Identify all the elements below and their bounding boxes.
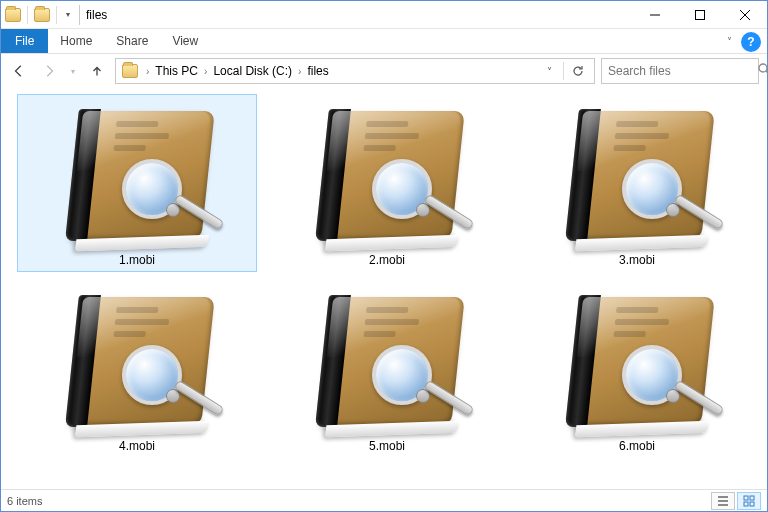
file-pane[interactable]: 1.mobi2.mobi3.mobi4.mobi5.mobi6.mobi (1, 88, 767, 489)
file-label: 4.mobi (119, 439, 155, 453)
spacer (210, 29, 717, 53)
view-toggles (711, 492, 761, 510)
status-bar: 6 items (1, 489, 767, 511)
mobi-book-icon (302, 287, 472, 437)
chevron-right-icon[interactable]: › (142, 66, 153, 77)
address-bar[interactable]: › This PC › Local Disk (C:) › files ˅ (115, 58, 595, 84)
svg-rect-5 (750, 502, 754, 506)
back-button[interactable] (7, 59, 31, 83)
close-button[interactable] (722, 1, 767, 29)
svg-rect-0 (695, 10, 704, 19)
chevron-right-icon[interactable]: › (294, 66, 305, 77)
mobi-book-icon (302, 101, 472, 251)
navigation-row: ▾ › This PC › Local Disk (C:) › files ˅ (1, 54, 767, 88)
file-tab[interactable]: File (1, 29, 48, 53)
file-label: 3.mobi (619, 253, 655, 267)
file-item[interactable]: 3.mobi (517, 94, 757, 272)
forward-button[interactable] (37, 59, 61, 83)
breadcrumb-item[interactable]: This PC (153, 59, 200, 83)
file-label: 2.mobi (369, 253, 405, 267)
separator (56, 6, 57, 24)
folder-icon[interactable] (34, 8, 50, 22)
breadcrumb-item[interactable]: files (305, 59, 330, 83)
titlebar: ▾ files (1, 1, 767, 29)
folder-icon (5, 8, 21, 22)
qat-dropdown[interactable]: ▾ (63, 10, 73, 20)
file-label: 5.mobi (369, 439, 405, 453)
details-view-button[interactable] (711, 492, 735, 510)
file-item[interactable]: 4.mobi (17, 280, 257, 458)
ribbon-tab-share[interactable]: Share (104, 29, 160, 53)
refresh-icon (572, 65, 584, 77)
help-button[interactable]: ? (741, 32, 761, 52)
breadcrumb-item[interactable]: Local Disk (C:) (211, 59, 294, 83)
separator (563, 62, 564, 80)
search-icon[interactable] (758, 62, 768, 80)
file-item[interactable]: 5.mobi (267, 280, 507, 458)
refresh-button[interactable] (568, 59, 588, 83)
mobi-book-icon (52, 287, 222, 437)
ribbon-expand-button[interactable]: ˅ (717, 29, 741, 53)
window-title: files (86, 8, 107, 22)
item-count: 6 items (7, 495, 42, 507)
folder-icon (122, 64, 138, 78)
svg-rect-3 (750, 496, 754, 500)
address-history-dropdown[interactable]: ˅ (539, 59, 559, 83)
close-icon (740, 10, 750, 20)
file-item[interactable]: 1.mobi (17, 94, 257, 272)
minimize-button[interactable] (632, 1, 677, 29)
svg-rect-2 (744, 496, 748, 500)
mobi-book-icon (552, 101, 722, 251)
file-item[interactable]: 2.mobi (267, 94, 507, 272)
thumbnails-view-button[interactable] (737, 492, 761, 510)
maximize-button[interactable] (677, 1, 722, 29)
file-label: 1.mobi (119, 253, 155, 267)
file-grid: 1.mobi2.mobi3.mobi4.mobi5.mobi6.mobi (17, 94, 757, 458)
search-box[interactable] (601, 58, 759, 84)
separator (27, 6, 28, 24)
svg-rect-4 (744, 502, 748, 506)
quick-access-toolbar: ▾ (5, 6, 73, 24)
window-controls (632, 1, 767, 29)
ribbon-tab-home[interactable]: Home (48, 29, 104, 53)
chevron-right-icon[interactable]: › (200, 66, 211, 77)
explorer-window: ▾ files File Home Share View ˅ ? (0, 0, 768, 512)
maximize-icon (695, 10, 705, 20)
file-item[interactable]: 6.mobi (517, 280, 757, 458)
minimize-icon (650, 10, 660, 20)
up-button[interactable] (85, 59, 109, 83)
ribbon: File Home Share View ˅ ? (1, 29, 767, 54)
separator (79, 5, 80, 25)
mobi-book-icon (52, 101, 222, 251)
svg-point-1 (759, 64, 767, 72)
mobi-book-icon (552, 287, 722, 437)
file-label: 6.mobi (619, 439, 655, 453)
history-dropdown[interactable]: ▾ (67, 67, 79, 76)
search-input[interactable] (608, 64, 758, 78)
ribbon-tab-view[interactable]: View (160, 29, 210, 53)
